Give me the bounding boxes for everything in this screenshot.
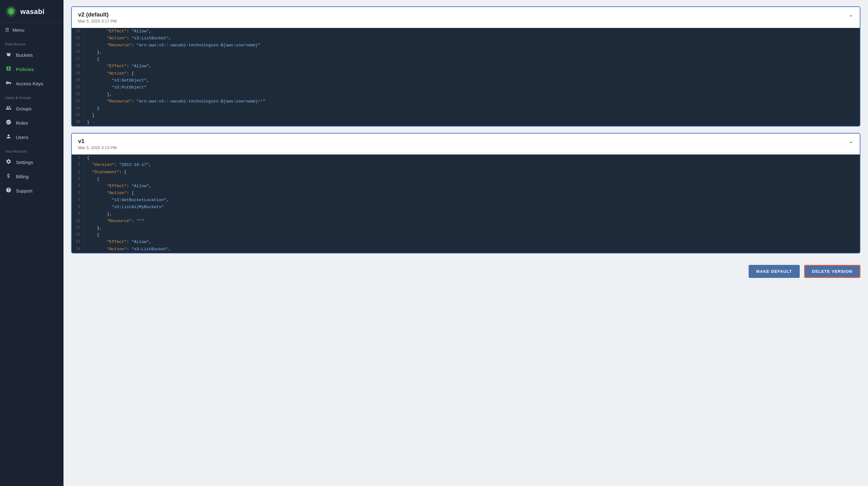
sidebar-logo: wasabi [0,0,63,23]
code-line: 10 "Resource": "*" [72,218,860,225]
sidebar-item-support[interactable]: Support [0,184,63,198]
version-title-v1: v1 [78,138,117,145]
code-line: 7 "s3:GetBucketLocation", [72,197,860,204]
code-line: 17 { [72,56,860,63]
sidebar-item-label-users: Users [16,134,28,140]
code-line: 18 "Effect": "Allow", [72,63,860,70]
make-default-button[interactable]: MAKE DEFAULT [749,265,800,278]
code-line: 13 "Effect": "Allow", [72,238,860,246]
logo-text: wasabi [20,8,44,16]
gear-icon [5,159,12,166]
version-date-v1: Mar 5, 2020 3:13 PM [78,145,117,150]
sidebar-item-label-buckets: Buckets [16,52,33,58]
sidebar-item-billing[interactable]: Billing [0,169,63,184]
sidebar-item-label-settings: Settings [16,160,33,165]
code-line: 19 "Action": [ [72,70,860,77]
action-bar: MAKE DEFAULT DELETE VERSION [71,260,860,279]
version-title-v2: v2 (default) [78,11,117,18]
sidebar-item-settings[interactable]: Settings [0,155,63,169]
code-block-v1: 1{ 2 "Version": "2012-10-17", 3 "Stateme… [72,155,860,253]
version-header-v1[interactable]: v1 Mar 5, 2020 3:13 PM ⌃ [72,134,860,155]
chevron-up-icon-v1: ⌃ [849,140,854,148]
code-line: 14 "Action": "s3:ListBucket", [72,35,860,42]
sidebar-item-access-keys[interactable]: Access Keys [0,76,63,91]
code-line: 15 "Resource": "arn:aws:s3:::wasabi-tech… [72,42,860,49]
sidebar-item-roles[interactable]: Roles [0,116,63,130]
policy-icon [5,66,12,73]
code-line: 2 "Version": "2012-10-17", [72,161,860,168]
version-card-v1: v1 Mar 5, 2020 3:13 PM ⌃ 1{ 2 "Version":… [71,133,860,253]
sidebar-item-label-groups: Groups [16,106,31,111]
sidebar-item-users[interactable]: Users [0,130,63,144]
code-block-v2: 13 "Effect": "Allow", 14 "Action": "s3:L… [72,28,860,126]
sidebar-item-label-access-keys: Access Keys [16,81,43,86]
code-line: 9 ], [72,210,860,218]
code-line: 8 "s3:ListAllMyBuckets" [72,204,860,210]
roles-icon [5,119,12,127]
code-line: 25 ] [72,112,860,119]
version-date-v2: Mar 5, 2020 3:17 PM [78,19,117,24]
chevron-up-icon-v2: ⌃ [849,14,854,21]
version-title-group-v1: v1 Mar 5, 2020 3:13 PM [78,138,117,150]
code-line: 20 "s3:GetObject", [72,77,860,84]
version-title-group: v2 (default) Mar 5, 2020 3:17 PM [78,11,117,24]
section-label-your-account: Your Account [0,144,63,155]
menu-icon: ☰ [5,27,9,33]
code-line: 4 { [72,176,860,183]
code-line: 13 "Effect": "Allow", [72,28,860,35]
groups-icon [5,105,12,112]
code-line: 1{ [72,155,860,161]
key-icon [5,80,12,87]
sidebar-item-label-support: Support [16,188,33,194]
code-line: 14 "Action": "s3:ListBucket", [72,246,860,253]
sidebar-item-policies[interactable]: Policies [0,62,63,76]
help-icon [5,187,12,194]
sidebar-item-groups[interactable]: Groups [0,101,63,116]
user-icon [5,134,12,141]
dollar-icon [5,173,12,180]
version-header-v2[interactable]: v2 (default) Mar 5, 2020 3:17 PM ⌃ [72,7,860,28]
code-line: 3 "Statement": [ [72,169,860,176]
section-label-data-access: Data Access [0,37,63,48]
delete-version-button[interactable]: DELETE VERSION [804,265,860,278]
code-line: 23 "Resource": "arn:aws:s3:::wasabi-tech… [72,98,860,105]
menu-label: Menu [12,27,25,33]
wasabi-logo-icon [5,6,17,18]
sidebar-item-label-roles: Roles [16,120,28,126]
sidebar-item-label-billing: Billing [16,174,29,179]
section-label-users-groups: Users & Groups [0,91,63,101]
code-line: 11 }, [72,225,860,232]
menu-button[interactable]: ☰ Menu [0,23,63,37]
main-content: v2 (default) Mar 5, 2020 3:17 PM ⌃ 13 "E… [63,0,868,486]
sidebar: wasabi ☰ Menu Data Access Buckets Polici… [0,0,63,486]
code-line: 21 "s3:PutObject" [72,84,860,91]
sidebar-item-label-policies: Policies [16,67,34,72]
code-line: 16 }, [72,49,860,56]
code-line: 12 { [72,232,860,238]
bucket-icon [5,52,12,59]
code-line: 22 ], [72,91,860,98]
code-line: 26} [72,119,860,126]
code-line: 5 "Effect": "Allow", [72,183,860,190]
code-line: 6 "Action": [ [72,190,860,197]
code-line: 24 } [72,105,860,112]
version-card-v2: v2 (default) Mar 5, 2020 3:17 PM ⌃ 13 "E… [71,6,860,127]
sidebar-item-buckets[interactable]: Buckets [0,48,63,62]
